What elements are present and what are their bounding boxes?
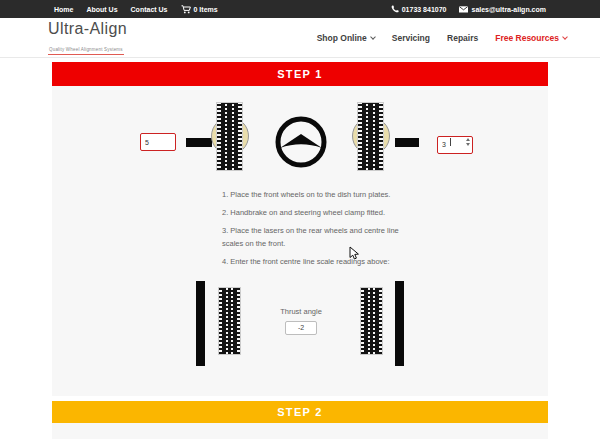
thrust-angle-label: Thrust angle [246, 307, 356, 316]
rear-right-tire [360, 287, 383, 355]
nav-label: Shop Online [317, 33, 367, 43]
topbar-link-contact[interactable]: Contact Us [131, 6, 168, 13]
main-nav: Shop Online Servicing Repairs Free Resou… [317, 33, 567, 43]
site-header: Ultra-Align Quality Wheel Alignment Syst… [0, 18, 600, 58]
number-spinner[interactable] [466, 138, 470, 146]
thrust-angle-input[interactable] [285, 321, 317, 335]
topbar-right: 01733 841070 sales@ultra-align.com [391, 5, 546, 13]
wizard-container: STEP 1 [52, 62, 548, 439]
spinner-up-icon[interactable] [466, 138, 470, 141]
page: Home About Us Contact Us 0 Items 01733 8… [0, 0, 600, 439]
step2-banner: STEP 2 [52, 401, 548, 423]
email-icon [459, 6, 468, 13]
rear-left-tire [218, 287, 241, 355]
nav-item-servicing[interactable]: Servicing [392, 33, 430, 43]
nav-item-shop-online[interactable]: Shop Online [317, 33, 375, 43]
email-link[interactable]: sales@ultra-align.com [459, 6, 546, 13]
topbar: Home About Us Contact Us 0 Items 01733 8… [0, 0, 600, 18]
step1-banner-label: STEP 1 [277, 68, 323, 80]
step2-banner-label: STEP 2 [277, 406, 323, 418]
cart-count-label: 0 Items [194, 6, 218, 13]
step1-panel: 1. Place the front wheels on to the dish… [52, 86, 548, 396]
chevron-down-icon [370, 34, 376, 40]
phone-link[interactable]: 01733 841070 [391, 5, 447, 13]
instruction-step-4: 4. Enter the front centre line scale rea… [222, 255, 402, 268]
right-laser-beam [395, 138, 419, 147]
instruction-step-3: 3. Place the lasers on the rear wheels a… [222, 224, 402, 250]
nav-label: Repairs [447, 33, 478, 43]
nav-label: Servicing [392, 33, 430, 43]
left-laser-beam [186, 138, 212, 147]
instruction-step-1: 1. Place the front wheels on to the dish… [222, 188, 402, 201]
instructions-list: 1. Place the front wheels on to the dish… [222, 188, 402, 273]
cart-icon [181, 5, 191, 14]
thrust-angle-group: Thrust angle [246, 307, 356, 335]
front-left-tire [216, 102, 243, 171]
nav-label: Free Resources [495, 33, 559, 43]
chevron-down-icon [562, 34, 568, 40]
spinner-down-icon[interactable] [466, 143, 470, 146]
step1-banner: STEP 1 [52, 62, 548, 86]
rear-right-laser-line [395, 281, 404, 366]
logo-title: Ultra-Align [48, 20, 127, 37]
nav-item-repairs[interactable]: Repairs [447, 33, 478, 43]
logo-tagline: Quality Wheel Alignment Systems [48, 47, 124, 55]
steering-wheel-icon [273, 114, 329, 170]
topbar-link-about[interactable]: About Us [86, 6, 117, 13]
step2-panel-top [52, 423, 548, 439]
cart-link[interactable]: 0 Items [181, 5, 218, 14]
front-right-tire [357, 102, 384, 171]
rear-left-laser-line [196, 281, 205, 366]
email-address: sales@ultra-align.com [471, 6, 546, 13]
logo[interactable]: Ultra-Align Quality Wheel Alignment Syst… [48, 20, 127, 55]
topbar-link-home[interactable]: Home [54, 6, 73, 13]
topbar-left: Home About Us Contact Us 0 Items [54, 5, 218, 14]
mouse-cursor-icon [349, 246, 360, 260]
phone-number: 01733 841070 [402, 6, 447, 13]
phone-icon [391, 5, 399, 13]
nav-item-free-resources[interactable]: Free Resources [495, 33, 567, 43]
front-left-reading-input[interactable] [140, 133, 176, 151]
front-right-reading-field [437, 133, 473, 151]
instruction-step-2: 2. Handbrake on and steering wheel clamp… [222, 206, 402, 219]
text-cursor [450, 138, 451, 146]
